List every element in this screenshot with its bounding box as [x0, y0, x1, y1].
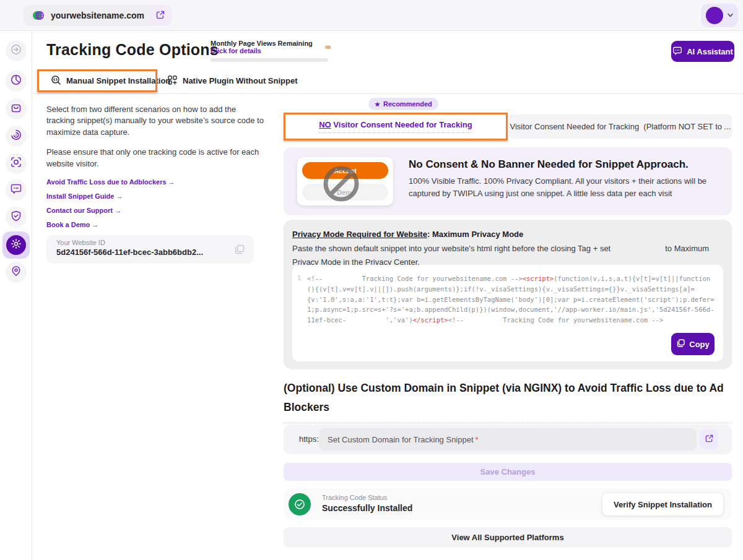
cookie-banner-preview: Accept Deny — [297, 157, 393, 205]
views-label: Monthly Page Views Remaining — [211, 40, 334, 47]
plugin-grid-icon — [167, 75, 178, 87]
sidebar-item-collapse[interactable] — [6, 40, 27, 61]
chevron-down-icon — [727, 10, 734, 21]
tab-label: Manual Snippet Installation — [66, 76, 170, 85]
intro-paragraph-1: Select from two different scenarios on h… — [46, 104, 264, 138]
page-title: Tracking Code Options — [46, 41, 219, 59]
sidebar-item-communication[interactable] — [6, 179, 27, 200]
tab-manual-snippet-installation[interactable]: Manual Snippet Installation — [43, 68, 178, 93]
copy-snippet-button[interactable]: Copy — [671, 333, 715, 355]
privacy-mode-title: Privacy Mode Required for Website — [292, 230, 427, 239]
sidebar-item-dashboard[interactable] — [6, 71, 27, 92]
website-id-card: Your Website ID 5d24156f-566d-11ef-bcec-… — [46, 235, 254, 264]
infinity-icon: ∞ — [325, 42, 331, 51]
chat-bubble-icon — [672, 46, 682, 58]
link-avoid-traffic-loss[interactable]: Avoid Traffic Loss due to Adblockers → — [46, 178, 264, 186]
no-consent-info-panel: Accept Deny No Consent & No Banner Neede… — [284, 147, 732, 215]
collapse-arrow-icon — [10, 43, 22, 58]
view-platforms-button[interactable]: View All Supported Platforms — [284, 527, 732, 548]
no-underlined: NO — [319, 120, 331, 129]
sidebar-nav — [0, 31, 32, 560]
shield-check-icon — [10, 210, 22, 225]
user-menu[interactable] — [701, 4, 738, 27]
custom-domain-external-button[interactable] — [700, 429, 718, 449]
tab-no-consent-needed[interactable]: NO Visitor Consent Needed for Tracking — [286, 115, 505, 138]
no-consent-body: 100% Visible Traffic. 100% Privacy Compl… — [409, 175, 721, 199]
recommended-badge: ★ Recommended — [368, 98, 438, 110]
code-comment-close: <!-- Tracking Code for yourwebsitename.c… — [448, 316, 664, 324]
external-link-icon — [155, 10, 165, 22]
tab-consent-needed[interactable]: Visitor Consent Needed for Tracking (Pla… — [509, 114, 732, 139]
copy-icon[interactable] — [234, 244, 245, 257]
snippet-search-icon — [51, 75, 61, 87]
ai-assistant-label: AI Assistant — [687, 47, 733, 56]
open-website-button[interactable] — [149, 5, 172, 26]
avatar — [706, 7, 723, 24]
status-value: Successfully Installed — [322, 503, 412, 513]
code-script-close-tag: </script> — [413, 316, 448, 324]
custom-domain-row: https:// Set Custom Domain for Tracking … — [284, 424, 732, 454]
views-progress-bar — [211, 58, 328, 62]
shopping-bag-icon — [10, 101, 22, 116]
sidebar-item-behavior[interactable] — [6, 126, 27, 147]
copy-label: Copy — [689, 340, 710, 349]
sidebar-item-privacy[interactable] — [6, 207, 27, 228]
monthly-views-widget: Monthly Page Views Remaining Click for d… — [211, 40, 334, 54]
tab-label: Native Plugin Without Snippet — [183, 76, 298, 85]
verify-snippet-button[interactable]: Verify Snippet Installation — [602, 493, 723, 515]
website-selector[interactable]: yourwebsitename.com — [24, 5, 165, 26]
top-bar: yourwebsitename.com — [0, 0, 743, 31]
gear-icon — [11, 238, 22, 252]
custom-domain-heading: (Optional) Use Custom Domain in Snippet … — [284, 379, 732, 423]
no-consent-label: Visitor Consent Needed for Tracking — [331, 120, 472, 129]
tracking-snippet-code: <!-- Tracking Code for yourwebsitename.c… — [307, 274, 716, 325]
custom-domain-input[interactable]: Set Custom Domain for Tracking Snippet * — [319, 428, 697, 450]
copy-icon — [676, 338, 685, 350]
ai-assistant-button[interactable]: AI Assistant — [671, 41, 734, 62]
star-icon: ★ — [375, 101, 380, 108]
success-check-icon — [289, 493, 311, 515]
link-install-snippet-guide[interactable]: Install Snippet Guide → — [46, 192, 264, 200]
tracking-code-options-page: yourwebsitename.com — [0, 0, 743, 560]
code-line-number: 1 — [297, 274, 301, 325]
link-contact-support[interactable]: Contact our Support → — [46, 207, 264, 214]
tab-native-plugin[interactable]: Native Plugin Without Snippet — [160, 68, 305, 93]
website-name: yourwebsitename.com — [51, 11, 144, 20]
views-details-link[interactable]: Click for details — [211, 47, 334, 54]
privacy-para-before: Paste the shown default snippet into you… — [292, 244, 610, 253]
privacy-mode-title-rest: : Maximum Privacy Mode — [427, 230, 523, 239]
no-consent-heading: No Consent & No Banner Needed for Snippe… — [409, 158, 721, 171]
location-pin-icon — [10, 265, 22, 280]
website-id-label: Your Website ID — [56, 239, 244, 246]
camera-focus-icon — [10, 156, 22, 171]
left-panel: Select from two different scenarios on h… — [46, 104, 264, 264]
intro-paragraph-2: Please ensure that only one tracking cod… — [46, 147, 264, 170]
tracking-code-status-card: Tracking Code Status Successfully Instal… — [284, 489, 732, 520]
spiral-behavior-icon — [10, 129, 22, 144]
website-id-value: 5d24156f-566d-11ef-bcec-3abb6bdb2... — [56, 248, 244, 257]
link-book-a-demo[interactable]: Book a Demo → — [46, 221, 264, 228]
globe-icon — [32, 9, 45, 22]
status-label: Tracking Code Status — [322, 494, 387, 501]
sidebar-item-locations[interactable] — [6, 262, 27, 283]
custom-domain-placeholder: Set Custom Domain for Tracking Snippet — [328, 435, 474, 444]
external-link-icon — [705, 434, 714, 445]
tab-bar: Manual Snippet Installation Native Plugi… — [32, 68, 743, 94]
privacy-mode-panel: Privacy Mode Required for Website: Maxim… — [284, 220, 732, 369]
code-script-open-tag: <script> — [523, 275, 554, 282]
code-comment-open: <!-- Tracking Code for yourwebsitename.c… — [307, 275, 523, 282]
save-changes-button[interactable]: Save Changes — [284, 463, 732, 481]
sidebar-item-settings[interactable] — [2, 231, 30, 259]
required-marker: * — [476, 435, 479, 444]
pie-chart-icon — [10, 74, 22, 88]
chat-bubble-icon — [10, 183, 22, 197]
tracking-snippet-code-block: 1 <!-- Tracking Code for yourwebsitename… — [292, 265, 723, 361]
sidebar-item-ecommerce[interactable] — [6, 98, 27, 119]
prohibition-icon — [322, 165, 360, 205]
sidebar-item-recordings[interactable] — [6, 153, 27, 174]
recommended-label: Recommended — [383, 100, 432, 108]
no-consent-text: No Consent & No Banner Needed for Snippe… — [409, 158, 721, 199]
